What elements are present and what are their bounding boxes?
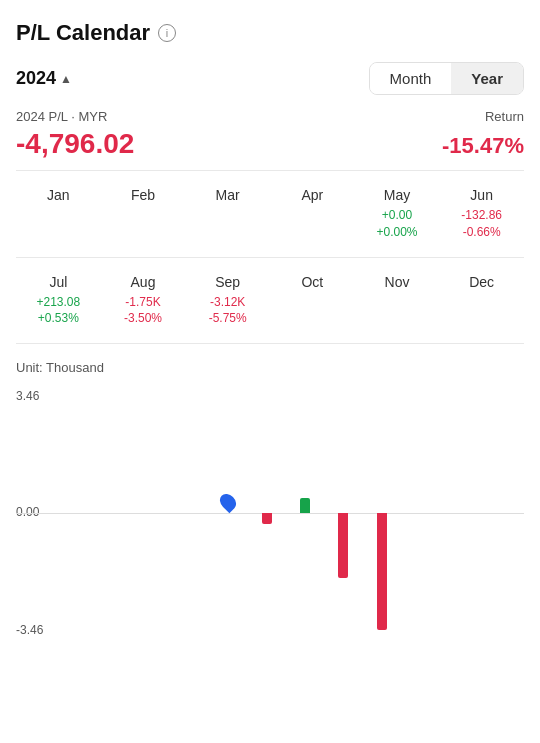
month-cell[interactable]: Dec	[439, 268, 524, 334]
year-value: 2024	[16, 68, 56, 89]
month-val2: -3.50%	[103, 310, 184, 327]
month-val1: -3.12K	[187, 294, 268, 311]
month-cell[interactable]: Jul +213.08 +0.53%	[16, 268, 101, 334]
info-icon[interactable]: i	[158, 24, 176, 42]
bar-col	[248, 383, 286, 643]
bar-up	[300, 498, 310, 514]
bar-col	[94, 383, 132, 643]
bars-container	[56, 383, 516, 643]
bar-col	[363, 383, 401, 643]
bar-col	[286, 383, 324, 643]
month-val2: -5.75%	[187, 310, 268, 327]
month-name: Nov	[357, 274, 438, 290]
month-name: Feb	[103, 187, 184, 203]
month-name: Apr	[272, 187, 353, 203]
month-cell[interactable]: Jun -132.86 -0.66%	[439, 181, 524, 247]
bar-col	[324, 383, 362, 643]
y-zero-label: 0.00	[16, 505, 39, 519]
bar-col	[478, 383, 516, 643]
month-val1: -132.86	[441, 207, 522, 224]
month-name: Jul	[18, 274, 99, 290]
month-name: Sep	[187, 274, 268, 290]
bar-col	[439, 383, 477, 643]
month-cell[interactable]: Mar	[185, 181, 270, 247]
month-val2: +0.00%	[357, 224, 438, 241]
bar-col	[133, 383, 171, 643]
bar-col	[209, 383, 247, 643]
chart-area: 3.46 0.00 -3.46	[16, 383, 524, 643]
month-cell[interactable]: Oct	[270, 268, 355, 334]
unit-label: Unit: Thousand	[16, 360, 524, 375]
bar-dot	[217, 491, 240, 514]
year-caret-icon: ▲	[60, 72, 72, 86]
months-row-2: Jul +213.08 +0.53% Aug -1.75K -3.50% Sep…	[16, 268, 524, 334]
pl-return: -15.47%	[442, 133, 524, 159]
month-val1: +0.00	[357, 207, 438, 224]
pl-meta-label: 2024 P/L · MYR	[16, 109, 107, 124]
bar-down	[338, 513, 348, 578]
bar-down-small	[262, 513, 272, 523]
page-title: P/L Calendar	[16, 20, 150, 46]
month-cell[interactable]: Sep -3.12K -5.75%	[185, 268, 270, 334]
month-cell[interactable]: Feb	[101, 181, 186, 247]
bar-down	[377, 513, 387, 630]
year-selector[interactable]: 2024 ▲	[16, 68, 72, 89]
chart-section: Unit: Thousand 3.46 0.00 -3.46	[16, 360, 524, 643]
month-name: Jun	[441, 187, 522, 203]
bar-col	[171, 383, 209, 643]
y-top-label: 3.46	[16, 389, 39, 403]
month-name: Oct	[272, 274, 353, 290]
year-toggle-button[interactable]: Year	[451, 63, 523, 94]
month-cell[interactable]: Apr	[270, 181, 355, 247]
divider-3	[16, 343, 524, 344]
pl-meta-row: 2024 P/L · MYR Return	[16, 109, 524, 124]
bar-col	[56, 383, 94, 643]
pl-amount: -4,796.02	[16, 128, 134, 160]
pl-values-row: -4,796.02 -15.47%	[16, 128, 524, 160]
month-val2: -0.66%	[441, 224, 522, 241]
month-name: May	[357, 187, 438, 203]
return-label: Return	[485, 109, 524, 124]
month-name: Aug	[103, 274, 184, 290]
month-name: Mar	[187, 187, 268, 203]
month-cell[interactable]: Aug -1.75K -3.50%	[101, 268, 186, 334]
month-toggle-button[interactable]: Month	[370, 63, 452, 94]
month-cell[interactable]: Jan	[16, 181, 101, 247]
months-row-1: Jan Feb Mar Apr May +0.00 +0.00% Jun -13…	[16, 181, 524, 247]
divider-1	[16, 170, 524, 171]
month-val1: -1.75K	[103, 294, 184, 311]
year-row: 2024 ▲ Month Year	[16, 62, 524, 95]
month-cell[interactable]: Nov	[355, 268, 440, 334]
view-toggle: Month Year	[369, 62, 524, 95]
divider-2	[16, 257, 524, 258]
month-val1: +213.08	[18, 294, 99, 311]
bar-col	[401, 383, 439, 643]
month-name: Jan	[18, 187, 99, 203]
month-cell[interactable]: May +0.00 +0.00%	[355, 181, 440, 247]
month-name: Dec	[441, 274, 522, 290]
pl-summary: 2024 P/L · MYR Return -4,796.02 -15.47%	[16, 109, 524, 160]
page-header: P/L Calendar i	[16, 20, 524, 46]
y-bottom-label: -3.46	[16, 623, 43, 637]
month-val2: +0.53%	[18, 310, 99, 327]
